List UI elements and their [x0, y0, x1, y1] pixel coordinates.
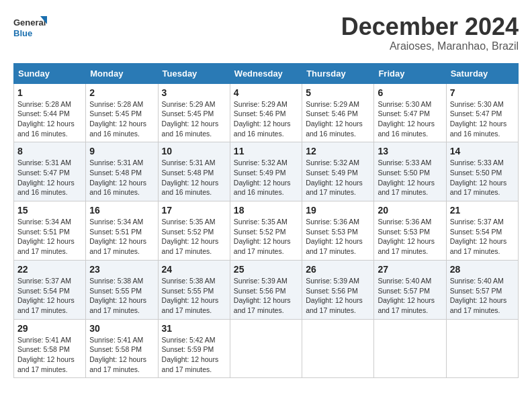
- day-info: Sunrise: 5:31 AM Sunset: 5:47 PM Dayligh…: [17, 158, 82, 197]
- day-number: 21: [450, 205, 515, 216]
- day-number: 30: [89, 323, 154, 334]
- calendar-cell: 15 Sunrise: 5:34 AM Sunset: 5:51 PM Dayl…: [14, 201, 86, 261]
- calendar-cell: 13 Sunrise: 5:33 AM Sunset: 5:50 PM Dayl…: [374, 142, 446, 201]
- day-number: 1: [17, 87, 82, 98]
- logo-svg: General Blue: [13, 13, 47, 43]
- day-info: Sunrise: 5:36 AM Sunset: 5:53 PM Dayligh…: [306, 217, 370, 257]
- calendar-cell: 12 Sunrise: 5:32 AM Sunset: 5:49 PM Dayl…: [302, 142, 374, 201]
- day-number: 20: [378, 205, 442, 216]
- day-info: Sunrise: 5:29 AM Sunset: 5:46 PM Dayligh…: [234, 99, 298, 139]
- day-info: Sunrise: 5:37 AM Sunset: 5:54 PM Dayligh…: [450, 217, 515, 257]
- day-number: 23: [89, 264, 154, 275]
- day-info: Sunrise: 5:35 AM Sunset: 5:52 PM Dayligh…: [234, 217, 298, 257]
- week-row-2: 8 Sunrise: 5:31 AM Sunset: 5:47 PM Dayli…: [14, 142, 519, 201]
- calendar-cell: 3 Sunrise: 5:29 AM Sunset: 5:45 PM Dayli…: [158, 83, 230, 142]
- calendar-cell: 10 Sunrise: 5:31 AM Sunset: 5:48 PM Dayl…: [158, 142, 230, 201]
- day-info: Sunrise: 5:40 AM Sunset: 5:57 PM Dayligh…: [450, 276, 515, 316]
- day-info: Sunrise: 5:31 AM Sunset: 5:48 PM Dayligh…: [162, 158, 226, 197]
- calendar-cell: 16 Sunrise: 5:34 AM Sunset: 5:51 PM Dayl…: [86, 201, 158, 261]
- calendar-table: SundayMondayTuesdayWednesdayThursdayFrid…: [13, 63, 519, 379]
- calendar-cell: 11 Sunrise: 5:32 AM Sunset: 5:49 PM Dayl…: [230, 142, 302, 201]
- month-title: December 2024: [341, 13, 519, 40]
- header-thursday: Thursday: [302, 63, 374, 83]
- title-block: December 2024 Araioses, Maranhao, Brazil: [341, 13, 519, 52]
- day-number: 22: [17, 264, 82, 275]
- day-info: Sunrise: 5:41 AM Sunset: 5:58 PM Dayligh…: [17, 335, 82, 375]
- calendar-cell: 17 Sunrise: 5:35 AM Sunset: 5:52 PM Dayl…: [158, 201, 230, 261]
- day-info: Sunrise: 5:36 AM Sunset: 5:53 PM Dayligh…: [378, 217, 442, 257]
- calendar-cell: 5 Sunrise: 5:29 AM Sunset: 5:46 PM Dayli…: [302, 83, 374, 142]
- calendar-cell: 8 Sunrise: 5:31 AM Sunset: 5:47 PM Dayli…: [14, 142, 86, 201]
- day-number: 2: [89, 87, 154, 98]
- calendar-cell: 4 Sunrise: 5:29 AM Sunset: 5:46 PM Dayli…: [230, 83, 302, 142]
- calendar-cell: 19 Sunrise: 5:36 AM Sunset: 5:53 PM Dayl…: [302, 201, 374, 261]
- calendar-cell: 23 Sunrise: 5:38 AM Sunset: 5:55 PM Dayl…: [86, 260, 158, 319]
- day-number: 31: [162, 323, 226, 334]
- week-row-1: 1 Sunrise: 5:28 AM Sunset: 5:44 PM Dayli…: [14, 83, 519, 142]
- day-info: Sunrise: 5:32 AM Sunset: 5:49 PM Dayligh…: [234, 158, 298, 197]
- day-info: Sunrise: 5:28 AM Sunset: 5:44 PM Dayligh…: [17, 99, 82, 139]
- calendar-cell: 21 Sunrise: 5:37 AM Sunset: 5:54 PM Dayl…: [446, 201, 518, 261]
- svg-text:Blue: Blue: [13, 28, 32, 38]
- day-info: Sunrise: 5:31 AM Sunset: 5:48 PM Dayligh…: [89, 158, 154, 197]
- day-info: Sunrise: 5:41 AM Sunset: 5:58 PM Dayligh…: [89, 335, 154, 375]
- calendar-cell: 27 Sunrise: 5:40 AM Sunset: 5:57 PM Dayl…: [374, 260, 446, 319]
- day-number: 5: [306, 87, 370, 98]
- day-number: 27: [378, 264, 442, 275]
- calendar-cell: 20 Sunrise: 5:36 AM Sunset: 5:53 PM Dayl…: [374, 201, 446, 261]
- day-info: Sunrise: 5:33 AM Sunset: 5:50 PM Dayligh…: [378, 158, 442, 197]
- calendar-cell: 7 Sunrise: 5:30 AM Sunset: 5:47 PM Dayli…: [446, 83, 518, 142]
- day-number: 4: [234, 87, 298, 98]
- header-friday: Friday: [374, 63, 446, 83]
- header-saturday: Saturday: [446, 63, 518, 83]
- calendar-header-row: SundayMondayTuesdayWednesdayThursdayFrid…: [14, 63, 519, 83]
- calendar-cell: 18 Sunrise: 5:35 AM Sunset: 5:52 PM Dayl…: [230, 201, 302, 261]
- calendar-cell: 31 Sunrise: 5:42 AM Sunset: 5:59 PM Dayl…: [158, 319, 230, 378]
- day-info: Sunrise: 5:42 AM Sunset: 5:59 PM Dayligh…: [162, 335, 226, 375]
- day-number: 24: [162, 264, 226, 275]
- calendar-cell: [374, 319, 446, 378]
- week-row-4: 22 Sunrise: 5:37 AM Sunset: 5:54 PM Dayl…: [14, 260, 519, 319]
- day-number: 19: [306, 205, 370, 216]
- day-info: Sunrise: 5:34 AM Sunset: 5:51 PM Dayligh…: [17, 217, 82, 257]
- day-info: Sunrise: 5:32 AM Sunset: 5:49 PM Dayligh…: [306, 158, 370, 197]
- header-sunday: Sunday: [14, 63, 86, 83]
- day-number: 3: [162, 87, 226, 98]
- day-number: 25: [234, 264, 298, 275]
- header-monday: Monday: [86, 63, 158, 83]
- calendar-cell: 24 Sunrise: 5:38 AM Sunset: 5:55 PM Dayl…: [158, 260, 230, 319]
- day-number: 26: [306, 264, 370, 275]
- day-info: Sunrise: 5:39 AM Sunset: 5:56 PM Dayligh…: [306, 276, 370, 316]
- calendar-cell: 25 Sunrise: 5:39 AM Sunset: 5:56 PM Dayl…: [230, 260, 302, 319]
- day-info: Sunrise: 5:38 AM Sunset: 5:55 PM Dayligh…: [89, 276, 154, 316]
- day-info: Sunrise: 5:35 AM Sunset: 5:52 PM Dayligh…: [162, 217, 226, 257]
- calendar-cell: 6 Sunrise: 5:30 AM Sunset: 5:47 PM Dayli…: [374, 83, 446, 142]
- day-info: Sunrise: 5:39 AM Sunset: 5:56 PM Dayligh…: [234, 276, 298, 316]
- calendar-cell: 26 Sunrise: 5:39 AM Sunset: 5:56 PM Dayl…: [302, 260, 374, 319]
- page-header: General Blue December 2024 Araioses, Mar…: [13, 13, 519, 52]
- day-number: 6: [378, 87, 442, 98]
- calendar-cell: [446, 319, 518, 378]
- day-number: 10: [162, 146, 226, 156]
- calendar-cell: 14 Sunrise: 5:33 AM Sunset: 5:50 PM Dayl…: [446, 142, 518, 201]
- day-number: 8: [17, 146, 82, 156]
- day-number: 9: [89, 146, 154, 156]
- day-info: Sunrise: 5:37 AM Sunset: 5:54 PM Dayligh…: [17, 276, 82, 316]
- calendar-cell: 29 Sunrise: 5:41 AM Sunset: 5:58 PM Dayl…: [14, 319, 86, 378]
- day-number: 11: [234, 146, 298, 156]
- location-subtitle: Araioses, Maranhao, Brazil: [341, 40, 519, 52]
- svg-text:General: General: [13, 17, 46, 28]
- calendar-cell: [302, 319, 374, 378]
- calendar-cell: 1 Sunrise: 5:28 AM Sunset: 5:44 PM Dayli…: [14, 83, 86, 142]
- day-info: Sunrise: 5:38 AM Sunset: 5:55 PM Dayligh…: [162, 276, 226, 316]
- day-info: Sunrise: 5:34 AM Sunset: 5:51 PM Dayligh…: [89, 217, 154, 257]
- day-info: Sunrise: 5:30 AM Sunset: 5:47 PM Dayligh…: [450, 99, 515, 139]
- calendar-cell: 22 Sunrise: 5:37 AM Sunset: 5:54 PM Dayl…: [14, 260, 86, 319]
- day-number: 17: [162, 205, 226, 216]
- day-info: Sunrise: 5:28 AM Sunset: 5:45 PM Dayligh…: [89, 99, 154, 139]
- day-number: 16: [89, 205, 154, 216]
- day-number: 13: [378, 146, 442, 156]
- day-info: Sunrise: 5:29 AM Sunset: 5:45 PM Dayligh…: [162, 99, 226, 139]
- header-wednesday: Wednesday: [230, 63, 302, 83]
- calendar-cell: [230, 319, 302, 378]
